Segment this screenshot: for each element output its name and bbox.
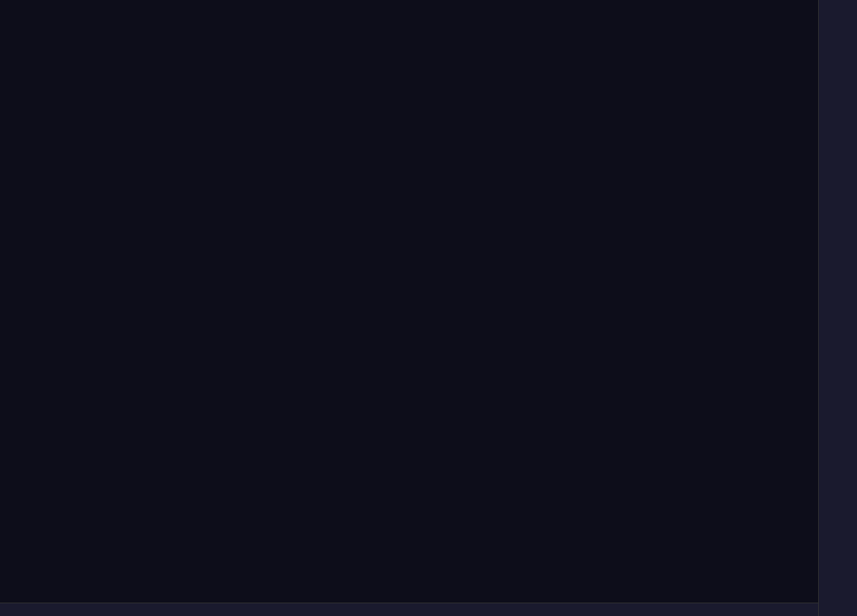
time-scale [0, 603, 818, 616]
chart-canvas [0, 0, 857, 616]
price-scale [818, 0, 857, 616]
chart-container [0, 0, 857, 616]
